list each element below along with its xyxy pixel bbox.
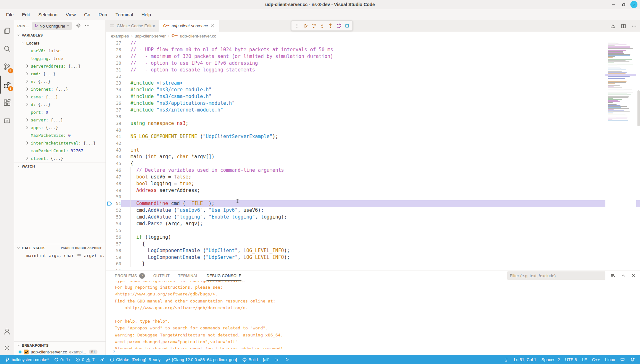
activitybar-item-explorer[interactable] (0, 22, 14, 40)
variable-row[interactable]: interPacketInterval:{...} (14, 139, 105, 147)
variable-row[interactable]: server:{...} (14, 116, 105, 124)
maximize-panel-icon[interactable] (621, 273, 626, 278)
title-bar[interactable]: udp-client-server.cc - ns-3-dev - Visual… (0, 0, 640, 9)
code-line[interactable]: 40 (106, 127, 640, 134)
variable-row[interactable]: MaxPacketSize:0 (14, 131, 105, 139)
code-line[interactable]: 44main (int argc, char *argv[]) (106, 153, 640, 160)
status-item-0-1[interactable]: 0↓ 1↑ (51, 357, 73, 362)
code-line[interactable]: 34#include "ns3/core-module.h" (106, 87, 640, 93)
minimap[interactable] (605, 40, 636, 270)
call-stack-section-header[interactable]: CALL STACK PAUSED ON BREAKPOINT (14, 244, 105, 252)
status-item-lf[interactable]: LF (579, 357, 589, 362)
code-line[interactable]: 59 LogComponentEnable ("UdpServer", LOG_… (106, 254, 640, 261)
step-into-button[interactable] (319, 23, 325, 29)
debug-console-output[interactable]: Type "show configuration" for configurat… (106, 281, 640, 349)
debug-settings-gear-button[interactable] (76, 23, 81, 29)
panel-tab-debug-console[interactable]: DEBUG CONSOLE (206, 270, 241, 281)
continue-button[interactable] (303, 23, 308, 29)
status-item-build[interactable]: Build (240, 357, 260, 362)
code-line[interactable]: 38 (106, 113, 640, 120)
variable-row[interactable]: apps:{...} (14, 124, 105, 131)
console-filter-input[interactable] (507, 271, 605, 280)
variable-row[interactable]: port:0 (14, 108, 105, 116)
status-item-play-icon[interactable] (282, 357, 292, 362)
variable-row[interactable]: internet:{...} (14, 85, 105, 93)
breadcrumb-item-udp-client-server-cc[interactable]: udp-client-server.cc (180, 34, 216, 38)
code-line[interactable]: 31// - option to disable logging stateme… (106, 67, 640, 73)
code-line[interactable]: 39using namespace ns3; (106, 120, 640, 127)
run-in-panel-icon[interactable] (610, 23, 616, 29)
tab-udp-client-server-cc[interactable]: C++udp-client-server.cc (159, 20, 219, 32)
restart-button[interactable] (336, 23, 341, 29)
variable-row[interactable]: serverAddress:{...} (14, 62, 105, 70)
scrollbar-thumb[interactable] (637, 90, 640, 126)
variable-row[interactable]: csma:{...} (14, 93, 105, 101)
launch-config-dropdown[interactable]: No Configural (32, 22, 72, 30)
code-line[interactable]: 30// - option to use IPv4 or IPv6 addres… (106, 60, 640, 67)
code-line[interactable]: 52 cmd.AddValue ("useIpv6", "Use Ipv6", … (106, 207, 640, 214)
activitybar-item-account[interactable] (0, 326, 14, 336)
menu-item-help[interactable]: Help (137, 12, 155, 17)
code-line[interactable]: 50 (106, 194, 640, 200)
code-line[interactable]: 58 LogComponentEnable ("UdpClient", LOG_… (106, 247, 640, 254)
code-line[interactable]: 55 (106, 227, 640, 234)
tab-cmake-cache-editor[interactable]: CMake Cache Editor (106, 20, 159, 32)
status-item-c[interactable]: C++ (589, 357, 602, 362)
code-line[interactable]: 27// (106, 40, 640, 46)
code-line[interactable]: 33#include <fstream> (106, 80, 640, 87)
menu-item-view[interactable]: View (62, 12, 80, 17)
drag-handle-button[interactable] (294, 23, 300, 29)
status-item-buildsystem-cmake[interactable]: buildsystem-cmake* (3, 357, 51, 362)
variables-section-header[interactable]: VARIABLES (14, 31, 105, 39)
variable-row[interactable]: client:{...} (14, 154, 105, 162)
activitybar-item-cmake-tools[interactable] (0, 112, 14, 129)
status-item-debug-alt-icon[interactable] (97, 357, 107, 362)
menu-item-terminal[interactable]: Terminal (111, 12, 137, 17)
code-line[interactable]: 45{ (106, 160, 640, 167)
code-line[interactable]: 29// - maximum of 320 packets sent (or l… (106, 53, 640, 60)
code-line[interactable]: 54 cmd.Parse (argc, argv); (106, 220, 640, 227)
panel-tab-problems[interactable]: PROBLEMS7 (115, 270, 145, 281)
code-line[interactable]: 57 { (106, 241, 640, 247)
code-line[interactable]: 43int (106, 147, 640, 153)
status-item-device-icon[interactable] (501, 357, 511, 362)
status-item-all[interactable]: [all] (260, 357, 272, 362)
status-item-utf-8[interactable]: UTF-8 (562, 357, 579, 362)
status-item-0[interactable]: 07 (73, 357, 97, 362)
menu-item-selection[interactable]: Selection (34, 12, 62, 17)
stop-button[interactable] (344, 23, 350, 29)
status-item-bell-icon[interactable] (627, 357, 637, 362)
breakpoints-section-header[interactable]: BREAKPOINTS (14, 341, 105, 349)
tab-close-icon[interactable] (210, 23, 215, 28)
code-editor[interactable]: 27//28// - UDP flow from n0 to n1 of 102… (106, 40, 640, 270)
status-item-clang-12-0-0-x86-64-pc-linux-gnu[interactable]: [Clang 12.0.0 x86_64-pc-linux-gnu] (163, 357, 240, 362)
code-line[interactable]: 32 (106, 73, 640, 80)
panel-tab-output[interactable]: OUTPUT (153, 270, 170, 281)
code-line[interactable]: 37#include "ns3/internet-module.h" (106, 107, 640, 113)
code-line[interactable]: 49 Address serverAddress; (106, 187, 640, 194)
more-actions-icon[interactable] (631, 23, 637, 29)
code-line[interactable]: 36#include "ns3/applications-module.h" (106, 100, 640, 107)
step-over-button[interactable] (311, 23, 316, 29)
status-item-spaces-2[interactable]: Spaces: 2 (539, 357, 563, 362)
step-out-button[interactable] (328, 23, 333, 29)
minimize-button[interactable] (610, 1, 617, 8)
breadcrumb-item-examples[interactable]: examples (111, 34, 129, 38)
call-stack-frame[interactable]: main(int argc, char ** argv) u. (14, 252, 105, 259)
code-line[interactable]: 60 } (106, 261, 640, 267)
code-line[interactable]: 41NS_LOG_COMPONENT_DEFINE ("UdpClientSer… (106, 133, 640, 140)
close-button[interactable] (630, 1, 637, 8)
menu-item-run[interactable]: Run (95, 12, 112, 17)
status-item-cmake-debug-ready[interactable]: CMake: [Debug]: Ready (107, 357, 163, 362)
code-line[interactable]: 51 CommandLine cmd (__FILE__); (106, 200, 640, 207)
clear-console-icon[interactable] (611, 273, 616, 278)
breakpoint-item[interactable]: udp-client-server.cc exampl... 51 (14, 348, 105, 355)
code-line[interactable]: 47 bool useV6 = false; (106, 174, 640, 180)
restore-button[interactable] (620, 1, 627, 8)
debug-more-actions-button[interactable] (85, 23, 90, 29)
menu-item-file[interactable]: File (2, 12, 18, 17)
breadcrumb-item-udp-client-server[interactable]: udp-client-server (135, 34, 166, 38)
code-line[interactable]: 56 if (logging) (106, 234, 640, 241)
variable-row[interactable]: n:{...} (14, 78, 105, 85)
variable-row[interactable]: cmd:{...} (14, 70, 105, 78)
